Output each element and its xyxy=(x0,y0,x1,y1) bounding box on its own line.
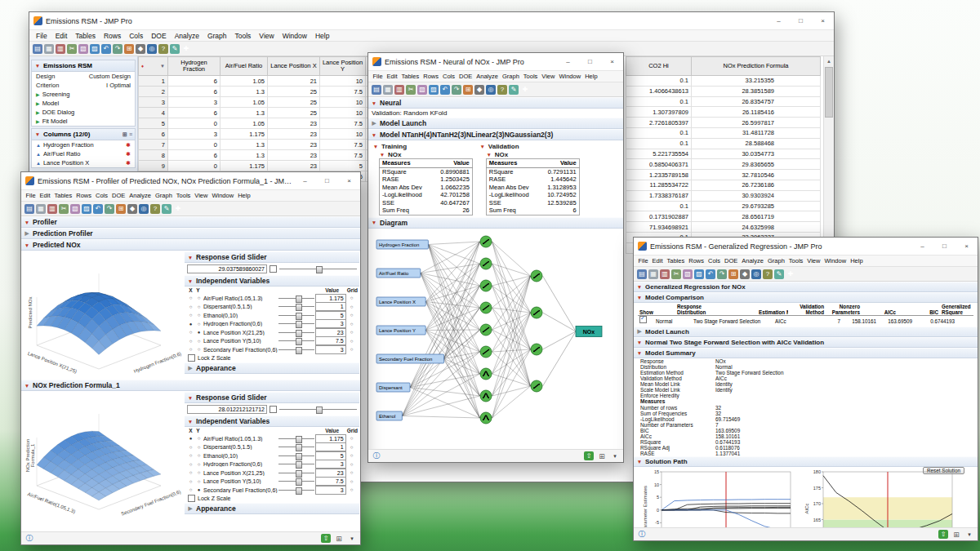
table-row[interactable]: 3 31.05 2510 xyxy=(139,97,382,108)
menu-item[interactable]: Cols xyxy=(125,32,147,40)
variable-value-input[interactable]: 7.5 xyxy=(315,477,346,486)
cut-icon[interactable]: ✂ xyxy=(671,269,681,279)
open-icon[interactable]: ▤ xyxy=(24,204,34,214)
table-icon[interactable]: ⊞ xyxy=(124,44,134,54)
variable-value-input[interactable]: 1 xyxy=(315,442,346,451)
table-row[interactable]: 0.585040637129.8365655 xyxy=(626,159,821,170)
variable-value-input[interactable]: 3 xyxy=(315,319,346,328)
maximize-button[interactable]: □ xyxy=(579,54,601,70)
grid-radio[interactable]: ○ xyxy=(347,436,357,441)
print-icon[interactable]: ▥ xyxy=(660,269,670,279)
menu-item[interactable]: File xyxy=(371,73,385,80)
variable-slider[interactable] xyxy=(278,460,314,468)
menu-item[interactable]: Help xyxy=(583,73,599,80)
outline-validation[interactable]: ▼ Validation xyxy=(479,142,580,150)
y-radio[interactable]: ● xyxy=(195,487,203,492)
outline-model-launch[interactable]: ▶ Model Launch xyxy=(368,118,623,129)
menu-item[interactable]: Tables xyxy=(71,32,100,40)
info-icon[interactable]: ⓘ xyxy=(24,534,34,543)
undo-icon[interactable]: ↶ xyxy=(101,44,111,54)
redo-icon[interactable]: ↷ xyxy=(113,44,122,54)
table-row[interactable]: 4 61.3 2510 xyxy=(139,108,382,118)
redo-icon[interactable]: ↷ xyxy=(717,269,727,279)
menu-item[interactable]: Graph xyxy=(500,73,521,80)
grid-value-input[interactable]: 29.037589860027 xyxy=(187,264,267,273)
titlebar[interactable]: Emissions RSM - Neural of NOx - JMP Pro … xyxy=(368,53,623,71)
zoom-icon[interactable]: ◎ xyxy=(139,204,149,214)
x-radio[interactable]: ○ xyxy=(187,462,194,467)
outline-neural[interactable]: ▼ Neural xyxy=(368,97,623,109)
panel-icon[interactable]: ⊞ xyxy=(334,534,344,543)
maximize-button[interactable]: □ xyxy=(790,13,812,29)
grid-slider[interactable] xyxy=(279,265,357,273)
y-radio[interactable]: ○ xyxy=(195,295,203,300)
titlebar[interactable]: Emissions RSM - Profiler of Predicted NO… xyxy=(21,172,360,190)
outline-model[interactable]: ▼ Model NTanH(4)NTanH2(3)NLinear2(3)NGau… xyxy=(368,129,623,140)
y-radio[interactable]: ○ xyxy=(195,347,203,352)
redo-icon[interactable]: ↷ xyxy=(105,204,114,214)
graph-icon[interactable]: ◆ xyxy=(136,44,145,54)
columns-filter-icon[interactable]: ⊞ xyxy=(122,131,127,138)
help-icon[interactable]: ? xyxy=(497,85,507,95)
variable-value-input[interactable]: 7.5 xyxy=(315,336,346,345)
surface-plot[interactable]: NOx Prediction Formula_1 Air/Fuel Ratio(… xyxy=(23,392,183,516)
variable-slider[interactable] xyxy=(278,329,314,336)
x-radio[interactable]: ○ xyxy=(187,339,194,344)
grid-value-input[interactable]: 28.012212121712 xyxy=(187,405,267,414)
zoom-icon[interactable]: ◎ xyxy=(147,44,157,54)
design-panel-header[interactable]: ▼ Emissions RSM xyxy=(32,60,135,72)
cut-icon[interactable]: ✂ xyxy=(67,44,77,54)
menu-item[interactable]: Edit xyxy=(650,257,665,264)
grid-radio[interactable]: ○ xyxy=(347,479,357,484)
y-radio[interactable]: ○ xyxy=(195,436,203,441)
caret-icon[interactable]: ▾ xyxy=(610,451,620,460)
titlebar[interactable]: Emissions RSM - JMP Pro – □ × xyxy=(29,12,834,30)
design-panel-item[interactable]: ▶ DOE Dialog xyxy=(32,108,135,117)
print-icon[interactable]: ▥ xyxy=(394,85,404,95)
show-checkbox[interactable] xyxy=(639,316,647,323)
new-icon[interactable]: ✚ xyxy=(520,85,530,95)
variable-slider[interactable] xyxy=(278,303,314,310)
mc-row[interactable]: Normal Two Stage Forward Selection AICc … xyxy=(638,316,973,324)
paste-icon[interactable]: ▨ xyxy=(90,44,100,54)
outline-response-grid-slider[interactable]: ▼ Response Grid Slider xyxy=(185,392,359,403)
open-icon[interactable]: ▤ xyxy=(33,44,42,54)
save-icon[interactable]: ▦ xyxy=(383,85,393,95)
columns-menu-icon[interactable]: ≡ xyxy=(129,131,132,138)
variable-slider[interactable] xyxy=(278,320,314,327)
table-icon[interactable]: ⊞ xyxy=(463,85,473,95)
variable-value-input[interactable]: 1 xyxy=(315,302,346,311)
menu-item[interactable]: Tools xyxy=(174,192,193,199)
grid-slider[interactable] xyxy=(279,406,357,413)
arrow-up-icon[interactable]: ⇧ xyxy=(321,534,331,543)
minimize-button[interactable]: – xyxy=(557,54,579,70)
minimize-button[interactable]: – xyxy=(768,13,790,29)
panel-icon[interactable]: ⊞ xyxy=(951,530,961,539)
table-row[interactable]: 0.126.8354757 xyxy=(626,96,821,107)
grid-radio[interactable]: ○ xyxy=(347,470,357,475)
outline-validation-nox[interactable]: ▼ NOx xyxy=(479,150,580,158)
table-row[interactable]: 2 61.3 257.5 xyxy=(139,87,382,97)
grid-radio[interactable]: ○ xyxy=(347,453,357,458)
lock-z-checkbox[interactable] xyxy=(188,495,195,502)
menu-item[interactable]: DOE xyxy=(147,32,170,40)
table-row[interactable]: 2.726180539726.5997817 xyxy=(626,118,821,128)
undo-icon[interactable]: ↶ xyxy=(440,85,450,95)
table-row[interactable]: 0.128.588468 xyxy=(626,138,821,149)
y-radio[interactable]: ○ xyxy=(195,322,203,327)
x-radio[interactable]: ● xyxy=(187,436,194,441)
menu-item[interactable]: Analyze xyxy=(740,257,766,264)
outline-diagram[interactable]: ▼ Diagram xyxy=(368,217,623,229)
graph-icon[interactable]: ◆ xyxy=(740,269,750,279)
y-radio[interactable]: ○ xyxy=(195,313,203,318)
cut-icon[interactable]: ✂ xyxy=(59,204,69,214)
menu-item[interactable]: View xyxy=(255,32,278,40)
table-row[interactable]: 1.406643861328.3851589 xyxy=(626,86,821,96)
y-radio[interactable]: ○ xyxy=(195,479,203,484)
grid-checkbox[interactable] xyxy=(270,406,277,413)
close-button[interactable]: × xyxy=(601,54,623,70)
variable-value-input[interactable]: 3 xyxy=(315,460,346,469)
print-icon[interactable]: ▥ xyxy=(56,44,65,54)
x-radio[interactable]: ○ xyxy=(187,453,194,458)
menu-item[interactable]: Help xyxy=(236,192,252,199)
